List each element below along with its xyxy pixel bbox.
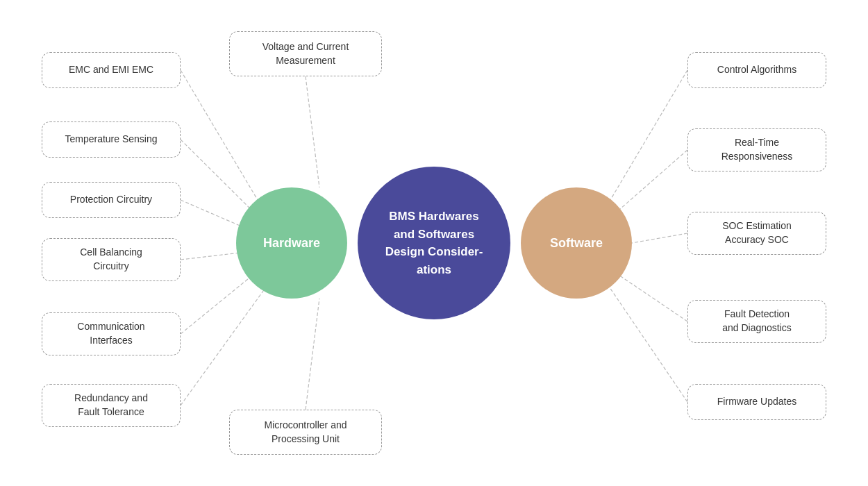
node-comm: Communication Interfaces	[42, 312, 181, 355]
node-voltage: Voltage and Current Measurement	[229, 31, 382, 76]
node-cell: Cell Balancing Circuitry	[42, 238, 181, 281]
node-micro: Microcontroller and Processing Unit	[229, 410, 382, 455]
node-fault: Fault Detection and Diagnostics	[687, 300, 826, 343]
node-protection: Protection Circuitry	[42, 182, 181, 218]
hardware-node: Hardware	[236, 187, 347, 299]
node-soc: SOC Estimation Accuracy SOC	[687, 212, 826, 255]
svg-line-10	[632, 233, 687, 243]
node-firmware: Firmware Updates	[687, 384, 826, 420]
node-emc: EMC and EMI EMC	[42, 52, 181, 88]
node-redundancy: Redundancy and Fault Tolerance	[42, 384, 181, 427]
node-realtime: Real-Time Responsiveness	[687, 128, 826, 171]
svg-line-12	[601, 274, 687, 402]
svg-line-6	[306, 76, 319, 187]
node-control: Control Algorithms	[687, 52, 826, 88]
center-node: BMS Hardwares and Softwares Design Consi…	[358, 167, 510, 319]
software-node: Software	[521, 187, 632, 299]
node-temp: Temperature Sensing	[42, 122, 181, 158]
canvas: BMS Hardwares and Softwares Design Consi…	[0, 0, 868, 486]
svg-line-7	[306, 299, 319, 410]
